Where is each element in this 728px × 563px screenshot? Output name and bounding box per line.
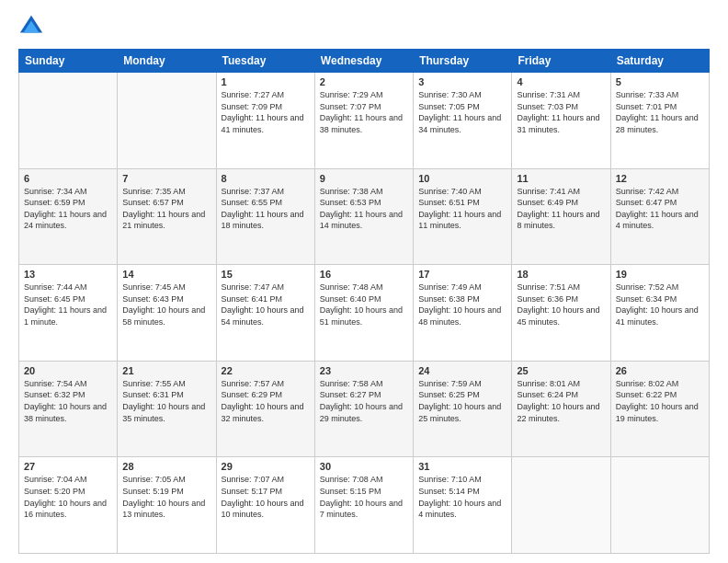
day-info: Sunrise: 7:40 AM Sunset: 6:51 PM Dayligh… <box>418 186 506 232</box>
day-number: 17 <box>418 269 506 280</box>
calendar-cell: 14Sunrise: 7:45 AM Sunset: 6:43 PM Dayli… <box>118 265 216 362</box>
day-number: 21 <box>122 365 210 376</box>
calendar-cell: 19Sunrise: 7:52 AM Sunset: 6:34 PM Dayli… <box>610 265 709 362</box>
day-info: Sunrise: 8:01 AM Sunset: 6:24 PM Dayligh… <box>517 378 605 424</box>
day-number: 23 <box>320 365 408 376</box>
header <box>18 14 710 40</box>
calendar-cell: 12Sunrise: 7:42 AM Sunset: 6:47 PM Dayli… <box>610 168 709 265</box>
week-row-4: 20Sunrise: 7:54 AM Sunset: 6:32 PM Dayli… <box>19 361 710 457</box>
day-info: Sunrise: 7:27 AM Sunset: 7:09 PM Dayligh… <box>222 89 310 135</box>
calendar-cell: 4Sunrise: 7:31 AM Sunset: 7:03 PM Daylig… <box>512 73 610 169</box>
calendar-cell: 23Sunrise: 7:58 AM Sunset: 6:27 PM Dayli… <box>314 361 413 457</box>
day-info: Sunrise: 7:29 AM Sunset: 7:07 PM Dayligh… <box>320 89 408 135</box>
calendar-cell: 30Sunrise: 7:08 AM Sunset: 5:15 PM Dayli… <box>314 457 413 554</box>
calendar-cell: 21Sunrise: 7:55 AM Sunset: 6:31 PM Dayli… <box>118 361 216 457</box>
day-number: 6 <box>24 173 112 184</box>
day-number: 27 <box>24 461 112 472</box>
day-info: Sunrise: 7:30 AM Sunset: 7:05 PM Dayligh… <box>418 89 506 135</box>
day-number: 30 <box>320 461 408 472</box>
calendar-cell <box>610 457 709 554</box>
calendar-cell: 10Sunrise: 7:40 AM Sunset: 6:51 PM Dayli… <box>414 168 512 265</box>
day-info: Sunrise: 7:37 AM Sunset: 6:55 PM Dayligh… <box>222 186 310 232</box>
day-info: Sunrise: 7:54 AM Sunset: 6:32 PM Dayligh… <box>24 378 112 424</box>
day-number: 25 <box>517 365 605 376</box>
day-number: 8 <box>222 173 310 184</box>
day-number: 3 <box>418 76 506 87</box>
page: SundayMondayTuesdayWednesdayThursdayFrid… <box>0 0 728 563</box>
day-number: 14 <box>122 269 210 280</box>
calendar-cell: 15Sunrise: 7:47 AM Sunset: 6:41 PM Dayli… <box>216 265 314 362</box>
calendar-cell: 24Sunrise: 7:59 AM Sunset: 6:25 PM Dayli… <box>414 361 512 457</box>
calendar-cell: 16Sunrise: 7:48 AM Sunset: 6:40 PM Dayli… <box>314 265 413 362</box>
day-number: 10 <box>418 173 506 184</box>
calendar-cell: 17Sunrise: 7:49 AM Sunset: 6:38 PM Dayli… <box>414 265 512 362</box>
day-info: Sunrise: 7:41 AM Sunset: 6:49 PM Dayligh… <box>517 186 605 232</box>
calendar-cell <box>118 73 216 169</box>
day-number: 11 <box>517 173 605 184</box>
day-number: 26 <box>616 365 704 376</box>
day-number: 4 <box>517 76 605 87</box>
calendar-cell: 31Sunrise: 7:10 AM Sunset: 5:14 PM Dayli… <box>414 457 512 554</box>
day-number: 2 <box>320 76 408 87</box>
day-info: Sunrise: 7:42 AM Sunset: 6:47 PM Dayligh… <box>616 186 704 232</box>
day-info: Sunrise: 7:58 AM Sunset: 6:27 PM Dayligh… <box>320 378 408 424</box>
day-number: 29 <box>222 461 310 472</box>
day-number: 1 <box>222 76 310 87</box>
day-number: 31 <box>418 461 506 472</box>
calendar-cell: 2Sunrise: 7:29 AM Sunset: 7:07 PM Daylig… <box>314 73 413 169</box>
day-number: 28 <box>122 461 210 472</box>
day-number: 18 <box>517 269 605 280</box>
weekday-header-row: SundayMondayTuesdayWednesdayThursdayFrid… <box>19 50 710 73</box>
day-info: Sunrise: 7:31 AM Sunset: 7:03 PM Dayligh… <box>517 89 605 135</box>
calendar-cell: 29Sunrise: 7:07 AM Sunset: 5:17 PM Dayli… <box>216 457 314 554</box>
week-row-5: 27Sunrise: 7:04 AM Sunset: 5:20 PM Dayli… <box>19 457 710 554</box>
calendar-cell: 6Sunrise: 7:34 AM Sunset: 6:59 PM Daylig… <box>19 168 118 265</box>
logo-icon <box>18 14 44 40</box>
day-info: Sunrise: 7:05 AM Sunset: 5:19 PM Dayligh… <box>122 474 210 520</box>
day-number: 15 <box>222 269 310 280</box>
day-number: 13 <box>24 269 112 280</box>
calendar-cell: 20Sunrise: 7:54 AM Sunset: 6:32 PM Dayli… <box>19 361 118 457</box>
calendar-cell: 28Sunrise: 7:05 AM Sunset: 5:19 PM Dayli… <box>118 457 216 554</box>
day-info: Sunrise: 8:02 AM Sunset: 6:22 PM Dayligh… <box>616 378 704 424</box>
weekday-header-wednesday: Wednesday <box>314 50 413 73</box>
day-info: Sunrise: 7:38 AM Sunset: 6:53 PM Dayligh… <box>320 186 408 232</box>
day-number: 19 <box>616 269 704 280</box>
day-number: 16 <box>320 269 408 280</box>
weekday-header-friday: Friday <box>512 50 610 73</box>
day-number: 12 <box>616 173 704 184</box>
day-number: 5 <box>616 76 704 87</box>
day-info: Sunrise: 7:33 AM Sunset: 7:01 PM Dayligh… <box>616 89 704 135</box>
day-info: Sunrise: 7:52 AM Sunset: 6:34 PM Dayligh… <box>616 282 704 327</box>
logo <box>18 14 48 40</box>
day-info: Sunrise: 7:34 AM Sunset: 6:59 PM Dayligh… <box>24 186 112 232</box>
calendar-cell: 8Sunrise: 7:37 AM Sunset: 6:55 PM Daylig… <box>216 168 314 265</box>
day-info: Sunrise: 7:47 AM Sunset: 6:41 PM Dayligh… <box>222 282 310 327</box>
day-number: 7 <box>122 173 210 184</box>
calendar-cell: 13Sunrise: 7:44 AM Sunset: 6:45 PM Dayli… <box>19 265 118 362</box>
day-info: Sunrise: 7:45 AM Sunset: 6:43 PM Dayligh… <box>122 282 210 327</box>
day-info: Sunrise: 7:51 AM Sunset: 6:36 PM Dayligh… <box>517 282 605 327</box>
weekday-header-thursday: Thursday <box>414 50 512 73</box>
calendar-cell: 22Sunrise: 7:57 AM Sunset: 6:29 PM Dayli… <box>216 361 314 457</box>
day-info: Sunrise: 7:57 AM Sunset: 6:29 PM Dayligh… <box>222 378 310 424</box>
day-info: Sunrise: 7:49 AM Sunset: 6:38 PM Dayligh… <box>418 282 506 327</box>
week-row-2: 6Sunrise: 7:34 AM Sunset: 6:59 PM Daylig… <box>19 168 710 265</box>
week-row-1: 1Sunrise: 7:27 AM Sunset: 7:09 PM Daylig… <box>19 73 710 169</box>
day-info: Sunrise: 7:08 AM Sunset: 5:15 PM Dayligh… <box>320 474 408 520</box>
day-info: Sunrise: 7:04 AM Sunset: 5:20 PM Dayligh… <box>24 474 112 520</box>
weekday-header-saturday: Saturday <box>610 50 709 73</box>
day-info: Sunrise: 7:44 AM Sunset: 6:45 PM Dayligh… <box>24 282 112 327</box>
calendar-cell: 27Sunrise: 7:04 AM Sunset: 5:20 PM Dayli… <box>19 457 118 554</box>
day-info: Sunrise: 7:10 AM Sunset: 5:14 PM Dayligh… <box>418 474 506 520</box>
calendar-cell <box>19 73 118 169</box>
calendar-cell: 18Sunrise: 7:51 AM Sunset: 6:36 PM Dayli… <box>512 265 610 362</box>
day-info: Sunrise: 7:48 AM Sunset: 6:40 PM Dayligh… <box>320 282 408 327</box>
day-info: Sunrise: 7:07 AM Sunset: 5:17 PM Dayligh… <box>222 474 310 520</box>
day-info: Sunrise: 7:55 AM Sunset: 6:31 PM Dayligh… <box>122 378 210 424</box>
calendar-cell: 25Sunrise: 8:01 AM Sunset: 6:24 PM Dayli… <box>512 361 610 457</box>
day-info: Sunrise: 7:59 AM Sunset: 6:25 PM Dayligh… <box>418 378 506 424</box>
day-number: 24 <box>418 365 506 376</box>
day-number: 9 <box>320 173 408 184</box>
calendar-cell: 11Sunrise: 7:41 AM Sunset: 6:49 PM Dayli… <box>512 168 610 265</box>
